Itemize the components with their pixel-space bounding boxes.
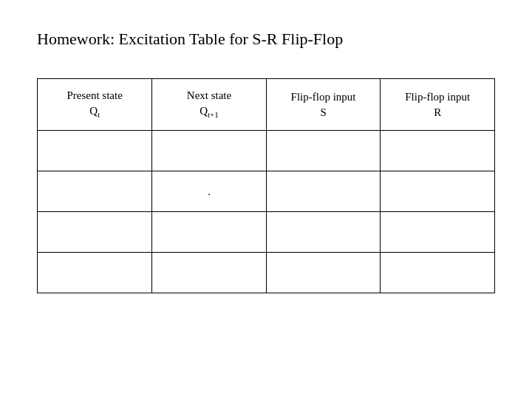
cell-r4-c1: [38, 253, 152, 293]
header-flip-flop-r: Flip-flop input R: [381, 79, 495, 131]
cell-r1-c2: [152, 131, 267, 171]
cell-r1-c4: [381, 131, 495, 171]
header-flip-flop-s: Flip-flop input S: [266, 79, 381, 131]
cell-r4-c4: [381, 253, 495, 293]
cell-r2-c3: [266, 171, 381, 212]
header-flip-flop-s-line1: Flip-flop input: [291, 91, 356, 103]
cell-r2-c4: [381, 171, 495, 212]
cell-r3-c1: [38, 212, 152, 253]
header-next-state: Next state Qt+1: [152, 79, 267, 131]
header-flip-flop-s-line2: S: [320, 106, 326, 118]
excitation-table: Present state Qt Next state Qt+1 Flip-fl…: [37, 78, 495, 293]
cell-r4-c3: [266, 253, 381, 293]
header-present-state-line1: Present state: [66, 89, 122, 101]
header-present-state-sub: t: [98, 110, 100, 119]
header-present-state-q: Qt: [89, 105, 100, 117]
header-next-state-line1: Next state: [187, 89, 231, 101]
page: Homework: Excitation Table for S-R Flip-…: [0, 0, 532, 399]
table-header-row: Present state Qt Next state Qt+1 Flip-fl…: [38, 79, 495, 131]
cell-r3-c4: [381, 212, 495, 253]
header-present-state: Present state Qt: [38, 79, 152, 131]
table-container: Present state Qt Next state Qt+1 Flip-fl…: [37, 78, 495, 369]
cell-r1-c3: [266, 131, 381, 171]
header-flip-flop-r-line1: Flip-flop input: [405, 91, 470, 103]
header-next-state-sub: t+1: [208, 110, 219, 119]
header-next-state-q: Qt+1: [200, 105, 219, 117]
cell-r2-c2: .: [152, 171, 267, 212]
table-row: .: [38, 171, 495, 212]
cell-r2-c1: [38, 171, 152, 212]
table-row: [38, 253, 495, 293]
cell-r4-c2: [152, 253, 267, 293]
cell-r3-c2: [152, 212, 267, 253]
header-flip-flop-r-line2: R: [434, 106, 441, 118]
table-row: [38, 212, 495, 253]
cell-r1-c1: [38, 131, 152, 171]
page-title: Homework: Excitation Table for S-R Flip-…: [37, 30, 495, 49]
cell-r3-c3: [266, 212, 381, 253]
table-row: [38, 131, 495, 171]
